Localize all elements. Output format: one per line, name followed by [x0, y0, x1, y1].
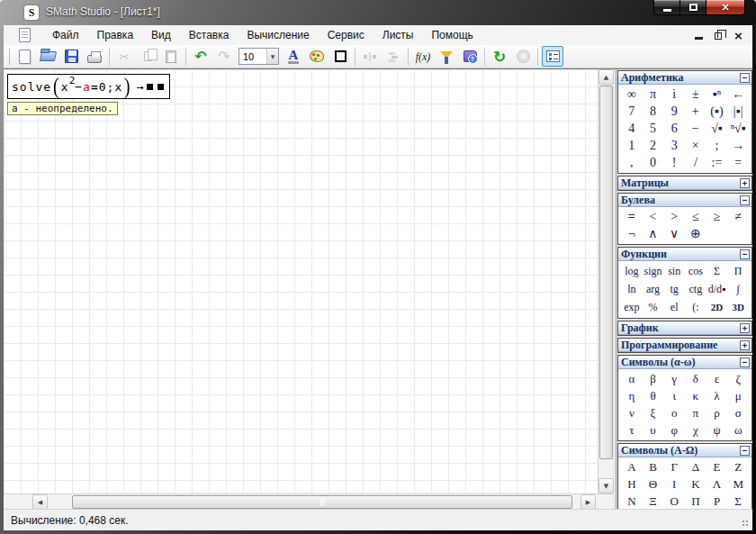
palette-symbol[interactable]: ω — [727, 421, 749, 439]
title-bar[interactable]: S SMath Studio - [Лист1*] × — [0, 0, 756, 25]
palette-symbol[interactable]: 2 — [643, 137, 664, 154]
palette-symbol[interactable]: ln — [621, 280, 643, 298]
document-icon[interactable] — [19, 28, 31, 42]
palette-symbol[interactable]: χ — [685, 421, 706, 439]
border-button[interactable] — [329, 46, 351, 67]
palette-symbol[interactable]: ! — [663, 154, 685, 171]
resize-grip[interactable] — [742, 520, 750, 528]
menu-item[interactable]: Вид — [142, 26, 180, 44]
palette-symbol[interactable]: ξ — [643, 404, 664, 421]
palette-symbol[interactable]: Η — [621, 475, 643, 493]
font-color-button[interactable]: A — [283, 46, 304, 67]
palette-symbol[interactable]: α — [621, 370, 643, 387]
palette-symbol[interactable]: 6 — [663, 120, 685, 137]
vertical-scroll-thumb[interactable] — [599, 86, 613, 459]
palette-symbol[interactable]: ← — [727, 86, 749, 103]
palette-symbol[interactable]: θ — [643, 387, 664, 404]
background-color-button[interactable] — [306, 46, 328, 67]
palette-symbol[interactable]: Ο — [663, 493, 685, 509]
menu-item[interactable]: Вычисление — [238, 26, 318, 44]
maximize-button[interactable] — [680, 0, 706, 15]
palette-symbol[interactable]: − — [685, 120, 706, 137]
palette-symbol[interactable]: ε — [706, 370, 728, 387]
palette-symbol[interactable]: φ — [663, 421, 685, 439]
collapse-toggle[interactable]: − — [740, 195, 750, 205]
palette-symbol[interactable]: ± — [685, 86, 706, 103]
palette-symbol[interactable]: ∧ — [643, 225, 664, 242]
new-sheet-button[interactable] — [14, 46, 35, 67]
palette-symbol[interactable]: (: — [685, 298, 706, 316]
minimize-button[interactable] — [653, 0, 680, 15]
open-button[interactable] — [37, 46, 58, 67]
palette-symbol[interactable]: Δ — [685, 458, 706, 475]
menu-item[interactable]: Вставка — [180, 26, 238, 44]
palette-symbol[interactable]: ≥ — [706, 208, 728, 225]
palette-symbol[interactable]: sign — [643, 262, 664, 280]
palette-symbol[interactable]: Β — [643, 458, 664, 475]
print-button[interactable] — [84, 46, 105, 67]
palette-symbol[interactable]: Σ — [706, 262, 728, 280]
palette-symbol[interactable]: τ — [621, 421, 643, 439]
palette-symbol[interactable]: ∨ — [663, 225, 685, 242]
palette-symbol[interactable]: Γ — [663, 458, 685, 475]
palette-symbol[interactable]: sin — [663, 262, 685, 280]
palette-symbol[interactable]: , — [621, 154, 643, 171]
palette-symbol[interactable]: ⊕ — [685, 225, 706, 242]
scroll-up-icon[interactable]: ▲ — [598, 69, 614, 85]
palette-symbol[interactable]: ο — [663, 404, 685, 421]
palette-symbol[interactable]: cos — [685, 262, 706, 280]
palette-symbol[interactable]: π — [685, 404, 706, 421]
palette-symbol[interactable]: σ — [727, 404, 749, 421]
font-size-combo[interactable]: 10 ▼ — [238, 48, 279, 65]
palette-symbol[interactable]: 2D — [706, 298, 728, 316]
menu-item[interactable]: Листы — [374, 26, 423, 44]
palette-symbol[interactable]: μ — [727, 387, 749, 404]
palette-symbol[interactable]: |▪| — [727, 103, 749, 120]
close-button[interactable]: × — [706, 0, 745, 15]
palette-symbol[interactable]: λ — [706, 387, 728, 404]
palette-symbol[interactable]: π — [643, 86, 664, 103]
palette-symbol[interactable]: Κ — [685, 475, 706, 493]
palette-symbol[interactable]: Π — [727, 262, 749, 280]
palette-symbol[interactable]: ∞ — [621, 86, 643, 103]
mdi-minimize-icon[interactable] — [695, 37, 703, 40]
collapse-toggle[interactable]: − — [740, 249, 750, 259]
toolbar-grip[interactable] — [5, 49, 10, 65]
result-placeholder[interactable] — [147, 84, 153, 90]
reference-book-button[interactable] — [459, 46, 481, 67]
mdi-close-icon[interactable]: × — [734, 30, 743, 41]
palette-symbol[interactable]: Ι — [663, 475, 685, 493]
palette-symbol[interactable]: (▪) — [706, 103, 728, 120]
palette-symbol[interactable]: η — [621, 387, 643, 404]
palette-symbol[interactable]: > — [663, 208, 685, 225]
palette-symbol[interactable]: i — [663, 86, 685, 103]
filter-button[interactable] — [436, 46, 457, 67]
palette-symbol[interactable]: Α — [621, 458, 643, 475]
palette-symbol[interactable]: Μ — [727, 475, 749, 493]
scroll-right-icon[interactable]: ▶ — [580, 494, 596, 509]
palette-symbol[interactable]: Λ — [706, 475, 728, 493]
worksheet-canvas[interactable]: solve ( x 2 − a = 0 ; x ) → a - неопреде… — [4, 69, 598, 493]
vertical-scrollbar[interactable]: ▲ ▼ — [598, 69, 613, 493]
palette-symbol[interactable]: % — [643, 298, 664, 316]
palette-symbol[interactable]: γ — [663, 370, 685, 387]
palette-symbol[interactable]: δ — [685, 370, 706, 387]
menu-item[interactable]: Помощь — [422, 26, 482, 44]
undo-button[interactable]: ↶ — [190, 46, 212, 67]
palette-symbol[interactable]: ζ — [727, 370, 749, 387]
collapse-toggle[interactable]: − — [740, 446, 750, 456]
palette-symbol[interactable]: Ζ — [727, 458, 749, 475]
palette-symbol[interactable]: < — [643, 208, 664, 225]
palette-symbol[interactable]: Ν — [621, 493, 643, 509]
palette-symbol[interactable]: ctg — [685, 280, 706, 298]
save-button[interactable] — [60, 46, 82, 67]
palette-symbol[interactable]: = — [727, 154, 749, 171]
collapse-toggle[interactable]: − — [740, 73, 750, 83]
palette-symbol[interactable]: ι — [663, 387, 685, 404]
palette-symbol[interactable]: 7 — [621, 103, 643, 120]
palette-symbol[interactable]: 3 — [663, 137, 685, 154]
palette-symbol[interactable]: ; — [706, 137, 728, 154]
scroll-down-icon[interactable]: ▼ — [598, 478, 614, 493]
palette-symbol[interactable]: 0 — [643, 154, 664, 171]
toggle-sidebar-button[interactable] — [542, 46, 563, 67]
